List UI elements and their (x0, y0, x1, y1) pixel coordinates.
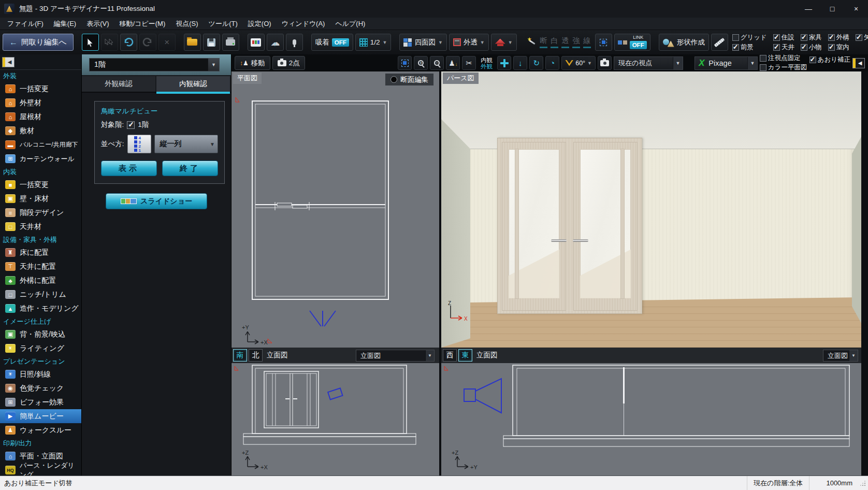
menu-view[interactable]: 表示(V) (81, 18, 114, 30)
direction-west-button[interactable]: 西 (443, 349, 457, 362)
check-lock-target[interactable]: 注視点固定 (760, 54, 807, 63)
show-button[interactable]: 表示 (101, 161, 157, 176)
sidebar-item-balcony[interactable]: ▬バルコニー/共用廊下 (0, 138, 81, 152)
multi-select-tool-button[interactable] (101, 34, 118, 51)
fit-selection-button[interactable] (595, 34, 612, 51)
sidebar-item-ceiling-material[interactable]: □天井材 (0, 220, 81, 234)
quad-view-select[interactable]: 四面図 ▼ (399, 34, 446, 51)
elevation-left-select[interactable]: 立面図 ▼ (356, 350, 435, 362)
sidebar-item-wall-floor[interactable]: ▣壁・床材 (0, 192, 81, 206)
cloud-upload-button[interactable]: ☁↑ (267, 34, 284, 51)
sidebar-item-place-exterior[interactable]: ♣外構に配置 (0, 273, 81, 287)
floor-select[interactable]: 1階 ▼ (89, 58, 220, 71)
zoom-out-button[interactable]: − (430, 56, 444, 70)
check-foreground[interactable]: 前景 (732, 43, 767, 52)
sidebar-item-color-check[interactable]: ◉色覚チェック (0, 381, 81, 395)
menu-edit[interactable]: 編集(E) (49, 18, 81, 30)
redo-button[interactable] (139, 34, 156, 51)
undo-button[interactable] (120, 34, 137, 51)
eye-height-button[interactable]: ♟↓ (446, 56, 460, 70)
line-mode-strong[interactable]: 強 (572, 36, 580, 48)
sidebar-item-place-floor[interactable]: ♜床に配置 (0, 246, 81, 260)
menu-viewpoint[interactable]: 視点(S) (170, 18, 203, 30)
perspective-viewport[interactable]: パース図 Z (441, 71, 861, 348)
sidebar-item-stairs[interactable]: ≡階段デザイン (0, 206, 81, 220)
roof-display-select[interactable]: ▼ (491, 34, 517, 51)
elevation-right-viewport[interactable]: +Z +Y (441, 363, 861, 475)
check-fixtures[interactable]: 住設 (773, 33, 794, 42)
camera-move-button[interactable]: ↕♟ 移動 (235, 56, 270, 70)
direction-south-button[interactable]: 南 (233, 349, 247, 362)
sidebar-item-walkthrough[interactable]: ♟ウォークスルー (0, 423, 81, 437)
target-floor-checkbox[interactable] (127, 121, 135, 129)
camera-drop-button[interactable]: ↓ (513, 56, 527, 70)
sidebar-item-lighting[interactable]: ☀ライティング (0, 341, 81, 355)
link-toggle[interactable]: LINK OFF (614, 34, 650, 51)
grid-scale-select[interactable]: 1/2 ▼ (355, 34, 392, 51)
open-file-button[interactable] (184, 34, 201, 51)
line-mode-white[interactable]: 白 (551, 36, 558, 48)
plan-viewport[interactable]: 平面図 断面編集 (232, 71, 439, 348)
slideshow-button[interactable]: スライドショー (106, 193, 207, 209)
see-through-select[interactable]: 外透 ▼ (449, 34, 489, 51)
check-exterior[interactable]: 外構 (828, 33, 849, 42)
close-button[interactable]: × (844, 0, 868, 18)
check-grid[interactable]: グリッド (732, 33, 767, 42)
snap-toggle[interactable]: 吸着 OFF (311, 34, 353, 51)
shape-create-button[interactable]: 形状作成 (659, 34, 709, 51)
menu-tools[interactable]: ツール(T) (204, 18, 243, 30)
resize-grip[interactable] (859, 479, 867, 487)
elevation-right-select[interactable]: 立面図 ▼ (823, 350, 858, 362)
minimize-button[interactable]: — (797, 0, 820, 18)
sidebar-item-modeling[interactable]: ▲造作・モデリング (0, 301, 81, 315)
menu-move-copy[interactable]: 移動/コピー(M) (114, 18, 171, 30)
check-tilt-correction[interactable]: あおり補正 (809, 55, 850, 64)
sidebar-item-bulk-interior[interactable]: ■一括変更 (0, 178, 81, 192)
end-button[interactable]: 終了 (162, 161, 218, 176)
sidebar-item-easy-movie[interactable]: ▶簡単ムービー (0, 409, 81, 423)
maximize-button[interactable]: □ (820, 0, 844, 18)
sidebar-collapse-button[interactable]: ◀ (2, 57, 15, 67)
arrange-select[interactable]: 縦一列 ▼ (154, 135, 218, 153)
menu-settings[interactable]: 設定(O) (243, 18, 277, 30)
pixage-select[interactable]: X Pixage ▼ (695, 56, 758, 70)
check-ceiling[interactable]: 天井 (773, 43, 794, 52)
line-mode-section[interactable]: 断 (540, 36, 547, 48)
check-small-items[interactable]: 小物 (801, 43, 822, 52)
select-tool-button[interactable] (82, 34, 99, 51)
pan-view-button[interactable] (497, 56, 511, 70)
sidebar-item-render[interactable]: HQパース・レンダリング (0, 463, 81, 475)
section-edit-button[interactable]: 断面編集 (385, 73, 434, 86)
sidebar-item-paving-material[interactable]: ◆敷材 (0, 124, 81, 138)
sidebar-item-place-ceiling[interactable]: ⊤天井に配置 (0, 260, 81, 273)
menu-help[interactable]: ヘルプ(H) (330, 18, 370, 30)
sidebar-item-bulk-exterior[interactable]: ⌂一括変更 (0, 82, 81, 96)
tab-exterior-check[interactable]: 外観確認 (82, 76, 155, 92)
interior-exterior-toggle[interactable]: 内観 外観 (478, 57, 495, 69)
view-tools-button[interactable]: ✂ (462, 56, 476, 70)
check-interior[interactable]: 室内 (828, 43, 849, 52)
camera-rotate-button[interactable]: ↻ (529, 56, 543, 70)
sidebar-item-roof-material[interactable]: ⌂屋根材 (0, 110, 81, 124)
sidebar-item-background[interactable]: ▣背・前景/映込 (0, 327, 81, 341)
sidebar-item-before-effect[interactable]: ⊞ビフォー効果 (0, 395, 81, 409)
tab-interior-check[interactable]: 内観確認 (156, 76, 230, 92)
delete-button[interactable]: × (158, 34, 176, 51)
voice-input-button[interactable] (286, 34, 303, 51)
data-palette-button[interactable] (248, 34, 265, 51)
sidebar-item-wall-material[interactable]: ⌂外壁材 (0, 96, 81, 110)
save-file-button[interactable] (203, 34, 220, 51)
measure-button[interactable] (711, 34, 728, 51)
check-color-plan[interactable]: カラー平面図 (760, 63, 807, 71)
line-mode-line[interactable]: 線 (583, 36, 591, 48)
back-to-floorplan-button[interactable]: ← 間取り編集へ (3, 34, 74, 51)
orbit-button[interactable]: ◔ (545, 56, 559, 70)
sidebar-item-niche-trim[interactable]: □ニッチ/トリム (0, 287, 81, 301)
sidebar-item-curtain-wall[interactable]: ⊞カーテンウォール (0, 152, 81, 166)
menu-window[interactable]: ウィンドウ(A) (277, 18, 330, 30)
viewpoint-select[interactable]: 現在の視点 ▼ (614, 56, 683, 70)
check-arrow[interactable]: 矢印 (856, 33, 868, 42)
sidebar-item-sunlight[interactable]: ☀日照/斜線 (0, 367, 81, 381)
views-panel-collapse-button[interactable]: ◀ (852, 58, 865, 68)
check-furniture[interactable]: 家具 (801, 33, 822, 42)
